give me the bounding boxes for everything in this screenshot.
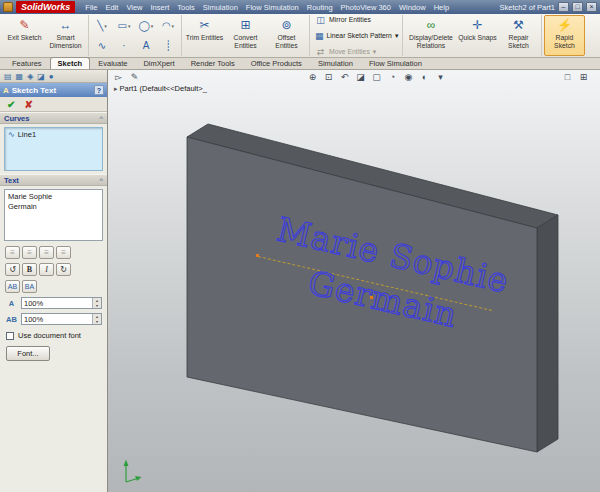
minimize-button[interactable]: –: [558, 2, 569, 12]
tab-simulation[interactable]: Simulation: [310, 57, 361, 69]
menu-window[interactable]: Window: [395, 3, 430, 12]
zoom-fit-icon[interactable]: ⊕: [306, 71, 319, 83]
menu-view[interactable]: View: [122, 3, 146, 12]
spacing-stepper[interactable]: ▴▾: [92, 314, 101, 324]
arc-tool-button[interactable]: ◠▾: [157, 16, 179, 36]
centerline-tool-button[interactable]: ┊: [157, 36, 179, 56]
spacing-field[interactable]: 100% ▴▾: [21, 313, 102, 325]
view-orientation-icon[interactable]: ▢: [370, 71, 383, 83]
width-factor-value[interactable]: 100%: [22, 299, 92, 308]
property-manager-tab-icon[interactable]: ▦: [16, 72, 24, 81]
text-tool-button[interactable]: A: [135, 36, 157, 56]
line-tool-button[interactable]: ╲▾: [91, 16, 113, 36]
italic-button[interactable]: I: [39, 263, 54, 276]
select-icon[interactable]: ▻: [112, 71, 125, 83]
curves-selection-box[interactable]: ∿ Line1: [4, 127, 103, 171]
curves-section-header[interactable]: Curves ^: [0, 112, 107, 124]
align-justify-button[interactable]: ≡: [56, 246, 71, 259]
ok-button[interactable]: ✔: [7, 99, 15, 110]
dropdown-arrow-icon[interactable]: ▾: [128, 23, 131, 29]
tab-flow-simulation[interactable]: Flow Simulation: [361, 57, 430, 69]
rapid-sketch-button[interactable]: ⚡ Rapid Sketch: [544, 15, 585, 56]
scene-dropdown-icon[interactable]: ▾: [434, 71, 447, 83]
close-button[interactable]: ×: [586, 2, 597, 12]
stepper-down-icon[interactable]: ▾: [93, 303, 101, 308]
zoom-area-icon[interactable]: ⊡: [322, 71, 335, 83]
app-icon: [3, 2, 13, 12]
menu-help[interactable]: Help: [430, 3, 453, 12]
flip-vertical-button[interactable]: AB: [5, 280, 20, 293]
mirror-entities-button[interactable]: ◫ Mirror Entities: [312, 13, 400, 27]
rotate-ccw-button[interactable]: ↺: [5, 263, 20, 276]
appearances-tab-icon[interactable]: ●: [49, 72, 54, 81]
tab-dimxpert[interactable]: DimXpert: [135, 57, 182, 69]
spline-tool-button[interactable]: ∿: [91, 36, 113, 56]
align-center-button[interactable]: ≡: [22, 246, 37, 259]
edit-appearance-icon[interactable]: ◐: [418, 71, 431, 83]
spacing-value[interactable]: 100%: [22, 315, 92, 324]
tab-office-products[interactable]: Office Products: [243, 57, 310, 69]
linear-pattern-button[interactable]: ▦ Linear Sketch Pattern ▾: [312, 29, 400, 43]
sketch-text-input[interactable]: Marie Sophie Germain: [4, 189, 103, 241]
dropdown-arrow-icon[interactable]: ▾: [373, 48, 376, 56]
cancel-button[interactable]: ✘: [24, 99, 32, 110]
font-button[interactable]: Font...: [6, 346, 50, 361]
dropdown-arrow-icon[interactable]: ▾: [104, 23, 107, 29]
quick-snaps-button[interactable]: ✛ Quick Snaps: [457, 15, 498, 56]
collapse-chevron-icon[interactable]: ^: [99, 114, 103, 123]
sketch-mode-icon[interactable]: ✎: [128, 71, 141, 83]
full-screen-icon[interactable]: ⊞: [577, 71, 590, 83]
dimxpert-manager-tab-icon[interactable]: ◪: [37, 72, 45, 81]
menu-tools[interactable]: Tools: [173, 3, 199, 12]
use-document-font-checkbox[interactable]: [6, 332, 14, 340]
smart-dimension-button[interactable]: ↔ Smart Dimension: [45, 15, 86, 56]
section-view-icon[interactable]: ◪: [354, 71, 367, 83]
dropdown-arrow-icon[interactable]: ▾: [172, 23, 175, 29]
flyout-arrow-icon[interactable]: ▸: [114, 85, 118, 93]
convert-entities-button[interactable]: ⊞ Convert Entities: [225, 15, 266, 56]
display-delete-relations-button[interactable]: ∞ Display/Delete Relations: [405, 15, 457, 56]
trim-entities-button[interactable]: ✂ Trim Entities: [184, 15, 225, 56]
collapse-chevron-icon[interactable]: ^: [99, 176, 103, 185]
previous-view-icon[interactable]: ↶: [338, 71, 351, 83]
menu-simulation[interactable]: Simulation: [199, 3, 242, 12]
tab-render-tools[interactable]: Render Tools: [183, 57, 243, 69]
feature-manager-tab-icon[interactable]: ▤: [4, 72, 12, 81]
menu-edit[interactable]: Edit: [101, 3, 122, 12]
align-left-button[interactable]: ≡: [5, 246, 20, 259]
hide-show-items-icon[interactable]: ◉: [402, 71, 415, 83]
tab-features[interactable]: Features: [4, 57, 50, 69]
menu-file[interactable]: File: [81, 3, 101, 12]
exit-sketch-button[interactable]: ✎ Exit Sketch: [4, 15, 45, 56]
circle-tool-button[interactable]: ◯▾: [135, 16, 157, 36]
feature-tree-flyout[interactable]: ▸ Part1 (Default<<Default>_: [114, 84, 207, 93]
rotate-cw-button[interactable]: ↻: [56, 263, 71, 276]
point-tool-button[interactable]: ·: [113, 36, 135, 56]
bold-button[interactable]: B: [22, 263, 37, 276]
configuration-manager-tab-icon[interactable]: ◈: [27, 72, 33, 81]
rectangle-tool-button[interactable]: ▭▾: [113, 16, 135, 36]
width-factor-field[interactable]: 100% ▴▾: [21, 297, 102, 309]
pane-split-icon[interactable]: □: [561, 71, 574, 83]
offset-entities-button[interactable]: ⊚ Offset Entities: [266, 15, 307, 56]
menu-insert[interactable]: Insert: [147, 3, 174, 12]
curve-list-item[interactable]: ∿ Line1: [5, 128, 102, 141]
menu-photoview[interactable]: PhotoView 360: [337, 3, 395, 12]
display-style-icon[interactable]: ◔: [386, 71, 399, 83]
menu-flow-simulation[interactable]: Flow Simulation: [242, 3, 303, 12]
slab-side-face[interactable]: [537, 215, 558, 452]
help-icon[interactable]: ?: [94, 85, 104, 95]
text-section-header[interactable]: Text ^: [0, 174, 107, 186]
width-factor-stepper[interactable]: ▴▾: [92, 298, 101, 308]
dropdown-arrow-icon[interactable]: ▾: [151, 23, 154, 29]
stepper-down-icon[interactable]: ▾: [93, 319, 101, 324]
dropdown-arrow-icon[interactable]: ▾: [395, 32, 398, 40]
flip-horizontal-button[interactable]: BA: [22, 280, 37, 293]
menu-routing[interactable]: Routing: [303, 3, 337, 12]
align-right-button[interactable]: ≡: [39, 246, 54, 259]
tab-evaluate[interactable]: Evaluate: [90, 57, 135, 69]
maximize-button[interactable]: □: [572, 2, 583, 12]
tab-sketch[interactable]: Sketch: [50, 57, 91, 69]
graphics-viewport[interactable]: Marie Sophie Germain ▻ ✎ ⊕ ⊡ ↶ ◪ ▢ ◔ ◉ ◐…: [108, 70, 600, 492]
repair-sketch-button[interactable]: ⚒ Repair Sketch: [498, 15, 539, 56]
